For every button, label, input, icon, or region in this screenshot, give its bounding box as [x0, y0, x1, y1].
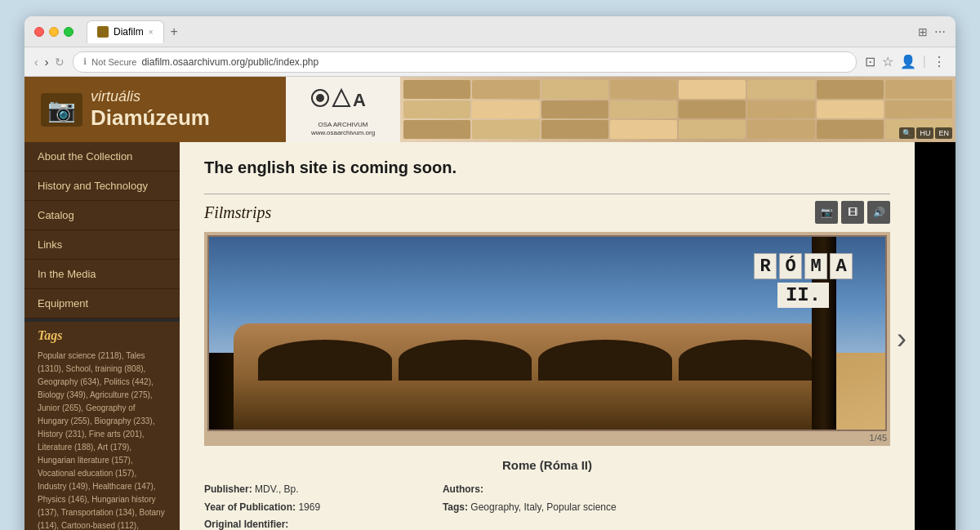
new-tab-button[interactable]: + [167, 24, 181, 39]
letter-a: A [830, 253, 853, 279]
close-button[interactable] [34, 27, 44, 37]
en-lang-btn[interactable]: EN [935, 127, 952, 139]
minimize-button[interactable] [49, 27, 59, 37]
year-label: Year of Publication: [204, 501, 296, 513]
info-icon: ℹ [83, 56, 87, 67]
banner-image [400, 77, 956, 142]
address-bar: ‹ › ↻ ℹ Not Secure diafilm.osaarchivum.o… [24, 47, 956, 77]
tags-section: Tags Popular science (2118), Tales (1310… [24, 322, 180, 530]
active-tab[interactable]: Diafilm × [87, 20, 164, 43]
back-button[interactable]: ‹ [34, 56, 38, 69]
film-title: Rome (Róma II) [204, 454, 890, 476]
sidebar: About the Collection History and Technol… [24, 142, 180, 530]
filmstrips-section: Filmstrips 📷 🎞 🔊 [204, 194, 890, 530]
svg-text:A: A [353, 90, 366, 110]
filmstrip-film-btn[interactable]: 🎞 [841, 201, 864, 224]
logo-text: virtuális Diamúzeum [91, 88, 210, 131]
roma-title: R Ó M A II. [754, 253, 853, 308]
authors-label: Authors: [443, 483, 483, 495]
publisher-value: MDV., Bp. [255, 483, 299, 495]
film-meta-left: Publisher: MDV., Bp. Year of Publication… [204, 481, 410, 530]
nav-buttons: ‹ › ↻ [34, 56, 65, 69]
right-black-area [915, 142, 956, 530]
tags-value: Geography, Italy, Popular science [470, 501, 616, 513]
svg-point-1 [316, 94, 324, 102]
sidebar-item-equipment[interactable]: Equipment [24, 289, 180, 318]
tab-title: Diafilm [114, 26, 144, 38]
roma-letters: R Ó M A [754, 253, 853, 279]
letter-r: R [754, 253, 777, 279]
filmstrip-photo-btn[interactable]: 📷 [815, 201, 838, 224]
total-slides: /45 [875, 433, 887, 443]
film-image: R Ó M A II. [207, 235, 887, 431]
refresh-button[interactable]: ↻ [55, 56, 65, 69]
cast-icon: ⊡ [865, 54, 875, 69]
title-bar: Diafilm × + ⊞ ⋯ [24, 16, 956, 47]
main-area: About the Collection History and Technol… [24, 142, 956, 530]
tags-label: Tags: [443, 501, 468, 513]
osa-text: OSA ARCHIVUMwww.osaarchivum.org [311, 121, 375, 136]
next-slide-button[interactable]: › [897, 322, 906, 356]
osa-logo: A OSA ARCHIVUMwww.osaarchivum.org [286, 77, 400, 142]
svg-marker-2 [333, 90, 350, 106]
menu-icon-2: ⋯ [934, 25, 946, 38]
header-right: A OSA ARCHIVUMwww.osaarchivum.org [286, 77, 956, 142]
account-icon: 👤 [900, 54, 916, 69]
film-meta-right: Authors: Tags: Geography, Italy, Popular… [443, 481, 617, 530]
filmstrips-header: Filmstrips 📷 🎞 🔊 [204, 201, 890, 224]
tab-area: Diafilm × + [87, 20, 911, 43]
browser-menu-icons: ⊞ ⋯ [918, 25, 946, 38]
divider: | [923, 54, 926, 69]
lang-controls: 🔍 HU EN [899, 127, 952, 139]
film-counter: 1/45 [207, 433, 887, 443]
address-right-icons: ⊡ ☆ 👤 | ⋮ [865, 54, 946, 69]
sidebar-item-catalog[interactable]: Catalog [24, 201, 180, 230]
letter-m: M [804, 253, 827, 279]
osa-symbol: A [310, 82, 376, 119]
year-value: 1969 [298, 501, 320, 513]
camera-icon: 📷 [41, 93, 82, 127]
film-meta-row: Publisher: MDV., Bp. Year of Publication… [204, 481, 890, 530]
address-input[interactable]: ℹ Not Secure diafilm.osaarchivum.org/pub… [73, 51, 857, 73]
sidebar-item-media[interactable]: In the Media [24, 260, 180, 289]
tags-title: Tags [24, 322, 180, 346]
site-header: 📷 virtuális Diamúzeum [24, 77, 956, 142]
header-banner: 🔍 HU EN [400, 77, 956, 142]
traffic-lights [34, 27, 74, 37]
browser-window: Diafilm × + ⊞ ⋯ ‹ › ↻ ℹ Not Secure diafi… [24, 16, 956, 530]
menu-icon-1: ⊞ [918, 25, 928, 38]
site-logo: 📷 virtuális Diamúzeum [24, 77, 286, 142]
forward-button[interactable]: › [45, 56, 49, 69]
filmstrips-title: Filmstrips [204, 203, 271, 222]
security-label: Not Secure [91, 57, 136, 67]
sidebar-item-links[interactable]: Links [24, 230, 180, 260]
tab-favicon [97, 26, 109, 38]
filmstrip-audio-btn[interactable]: 🔊 [867, 201, 890, 224]
letter-o: Ó [779, 253, 802, 279]
filmstrip-viewer: R Ó M A II. › 1/45 [204, 232, 890, 446]
search-btn[interactable]: 🔍 [899, 127, 915, 139]
sidebar-item-about[interactable]: About the Collection [24, 142, 180, 171]
more-icon[interactable]: ⋮ [933, 54, 946, 69]
logo-museum: Diamúzeum [91, 105, 210, 131]
content-area: The english site is coming soon. Filmstr… [180, 142, 915, 530]
filmstrip-controls: 📷 🎞 🔊 [815, 201, 890, 224]
website: 📷 virtuális Diamúzeum [24, 77, 956, 530]
tags-content: Popular science (2118), Tales (1310), Sc… [24, 346, 180, 530]
roma-numeral: II. [777, 283, 829, 308]
publisher-label: Publisher: [204, 483, 252, 495]
coming-soon-text: The english site is coming soon. [204, 158, 890, 177]
tab-close-icon[interactable]: × [149, 28, 154, 37]
maximize-button[interactable] [64, 27, 74, 37]
url-text: diafilm.osaarchivum.org/public/index.php [141, 56, 318, 68]
logo-virtual: virtuális [91, 88, 210, 105]
bookmark-icon[interactable]: ☆ [882, 54, 893, 69]
hu-lang-btn[interactable]: HU [916, 127, 933, 139]
film-info: Rome (Róma II) Publisher: MDV., Bp. Year… [204, 454, 890, 530]
identifier-label: Original Identifier: [204, 519, 288, 530]
sidebar-item-history[interactable]: History and Technology [24, 171, 180, 201]
